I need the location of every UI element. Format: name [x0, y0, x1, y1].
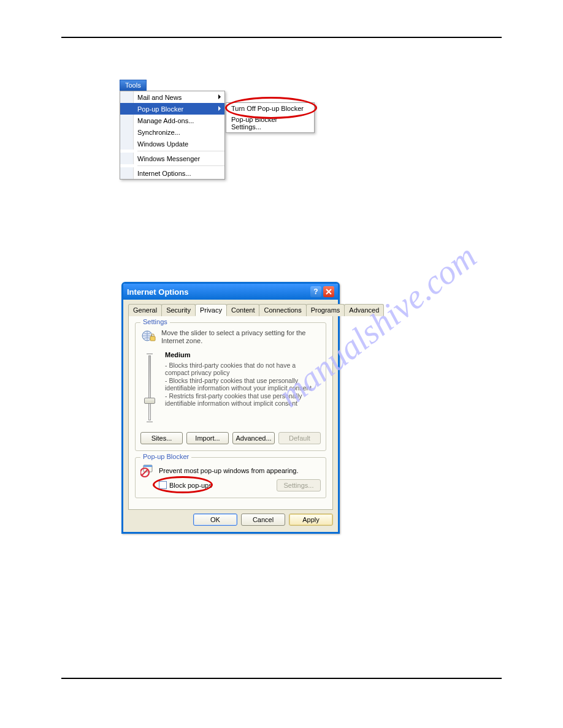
- slider-tick: [147, 354, 153, 354]
- menu-separator: [137, 151, 224, 151]
- globe-lock-icon: [140, 329, 156, 343]
- menu-gutter: [120, 167, 134, 179]
- menu-label: Windows Messenger: [137, 155, 200, 162]
- tools-menu-header[interactable]: Tools: [120, 80, 147, 91]
- menu-separator: [137, 165, 224, 166]
- submenu-arrow-icon: [218, 106, 221, 111]
- menu-gutter: [120, 153, 134, 164]
- tab-programs[interactable]: Programs: [306, 304, 345, 316]
- popup-blocker-submenu: Turn Off Pop-up Blocker Pop-up Blocker S…: [226, 102, 315, 133]
- block-popups-label: Block pop-ups: [169, 482, 212, 489]
- tab-privacy[interactable]: Privacy: [195, 304, 227, 316]
- apply-button[interactable]: Apply: [289, 514, 333, 526]
- menu-item-manage-addons[interactable]: Manage Add-ons...: [120, 115, 224, 126]
- dialog-body: General Security Privacy Content Connect…: [123, 300, 338, 532]
- menu-label: Windows Update: [137, 140, 188, 148]
- page-rule-bottom: [61, 678, 502, 679]
- menu-label: Mail and News: [137, 94, 182, 101]
- tabs-row: General Security Privacy Content Connect…: [128, 303, 333, 316]
- privacy-policy-text: Medium - Blocks third-party cookies that…: [165, 351, 321, 425]
- menu-label: Manage Add-ons...: [137, 117, 194, 124]
- slider-thumb[interactable]: [144, 398, 155, 404]
- slider-tick: [147, 422, 153, 422]
- popup-description: Prevent most pop-up windows from appeari…: [159, 467, 298, 474]
- settings-intro-text: Move the slider to select a privacy sett…: [161, 329, 321, 345]
- privacy-bullet: - Blocks third-party cookies that do not…: [165, 362, 321, 377]
- dialog-titlebar[interactable]: Internet Options ?: [123, 284, 338, 300]
- tab-advanced[interactable]: Advanced: [344, 304, 384, 316]
- sites-button[interactable]: Sites...: [140, 432, 183, 444]
- cancel-button[interactable]: Cancel: [241, 514, 285, 526]
- ok-button[interactable]: OK: [193, 514, 237, 526]
- submenu-arrow-icon: [218, 94, 221, 99]
- settings-legend: Settings: [140, 318, 170, 325]
- tools-menu-block: Tools Mail and News Pop-up Blocker Manag…: [120, 80, 225, 180]
- menu-item-windows-update[interactable]: Windows Update: [120, 138, 224, 150]
- submenu-item-turn-off[interactable]: Turn Off Pop-up Blocker: [226, 103, 314, 114]
- help-button[interactable]: ?: [310, 286, 321, 297]
- tab-content[interactable]: Content: [226, 304, 260, 316]
- default-button: Default: [278, 432, 321, 444]
- menu-item-internet-options[interactable]: Internet Options...: [120, 167, 224, 179]
- page-rule-top: [61, 37, 502, 38]
- slider-track: [148, 355, 151, 420]
- menu-label: Internet Options...: [137, 170, 191, 177]
- tab-connections[interactable]: Connections: [259, 304, 306, 316]
- menu-label: Synchronize...: [137, 129, 180, 136]
- menu-gutter: [120, 126, 134, 138]
- menu-gutter: [120, 103, 134, 115]
- menu-label: Pop-up Blocker: [137, 105, 183, 113]
- tab-general[interactable]: General: [128, 304, 162, 316]
- no-popup-icon: [140, 464, 154, 477]
- menu-gutter: [120, 91, 134, 103]
- close-button[interactable]: [323, 286, 334, 297]
- menu-item-mail-and-news[interactable]: Mail and News: [120, 91, 224, 103]
- tab-security[interactable]: Security: [161, 304, 196, 316]
- dialog-bottom-buttons: OK Cancel Apply: [128, 510, 333, 526]
- privacy-bullet: - Blocks third-party cookies that use pe…: [165, 377, 321, 392]
- tab-content-privacy: Settings Move the slider to select a pri…: [128, 316, 333, 510]
- menu-gutter: [120, 138, 134, 150]
- menu-item-popup-blocker[interactable]: Pop-up Blocker: [120, 103, 224, 115]
- advanced-button[interactable]: Advanced...: [232, 432, 275, 444]
- menu-gutter: [120, 115, 134, 126]
- internet-options-dialog: Internet Options ? General Security Priv…: [121, 282, 340, 534]
- popup-legend: Pop-up Blocker: [140, 453, 191, 460]
- menu-item-windows-messenger[interactable]: Windows Messenger: [120, 153, 224, 164]
- popup-blocker-groupbox: Pop-up Blocker Prevent most pop-up windo…: [135, 457, 326, 498]
- svg-rect-3: [144, 465, 152, 467]
- import-button[interactable]: Import...: [186, 432, 229, 444]
- submenu-item-settings[interactable]: Pop-up Blocker Settings...: [226, 114, 314, 132]
- privacy-level-name: Medium: [165, 351, 321, 359]
- close-icon: [326, 289, 332, 295]
- tools-menu-panel: Mail and News Pop-up Blocker Manage Add-…: [120, 91, 225, 180]
- svg-rect-1: [150, 336, 155, 341]
- menu-item-synchronize[interactable]: Synchronize...: [120, 126, 224, 138]
- privacy-bullet: - Restricts first-party cookies that use…: [165, 392, 321, 408]
- settings-groupbox: Settings Move the slider to select a pri…: [135, 322, 326, 451]
- privacy-slider[interactable]: [140, 351, 159, 425]
- block-popups-checkbox[interactable]: [159, 481, 167, 489]
- dialog-title: Internet Options: [127, 287, 308, 297]
